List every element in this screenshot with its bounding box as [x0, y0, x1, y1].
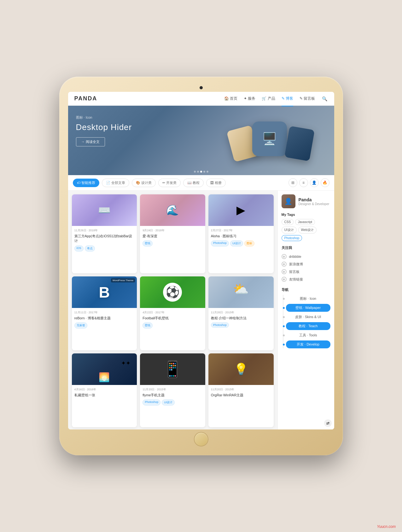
fire-icon-button[interactable]: 🔥	[321, 178, 329, 187]
follow-weibo[interactable]: ⊙ 新浪微博	[282, 260, 330, 268]
post-title-8: flyme手机主题	[143, 393, 203, 398]
post-title-3: Aloha · 图标练习	[211, 234, 271, 239]
post-thumb-letter: B	[99, 283, 110, 301]
post-date-9: 11月20日 · 2015年	[211, 387, 271, 392]
list-view-button[interactable]: ≡	[299, 178, 308, 187]
post-title-4: reBorn · 博客&相册主题	[74, 316, 135, 321]
post-tag[interactable]: 奇点	[85, 245, 95, 251]
tag-javascript[interactable]: Javascript	[295, 219, 315, 225]
post-card-1[interactable]: ⌨️ 11月26日 · 2018年 第三方App(奇点)在iOS512的tabB…	[72, 194, 137, 273]
nav-dev-button[interactable]: 开发 · Develop	[286, 340, 330, 348]
hero-dot-2[interactable]	[197, 171, 199, 173]
post-card-4[interactable]: WordPress Theme B 11月11日 · 2017年 reBorn …	[72, 276, 137, 350]
post-tag[interactable]: 图标	[244, 240, 254, 246]
tag-web[interactable]: Web设计	[298, 227, 317, 233]
post-tag[interactable]: Photoshop	[211, 240, 229, 246]
post-tag[interactable]: UI设计	[230, 240, 243, 246]
post-tag[interactable]: Photoshop	[211, 322, 229, 328]
tag-css[interactable]: CSS	[282, 219, 294, 225]
follow-dribbble[interactable]: ⊙ dribbble	[282, 253, 330, 260]
nav-item-product[interactable]: 🛒 产品	[262, 95, 275, 103]
filter-smart-recommend[interactable]: 🏷 智能推荐	[73, 179, 99, 187]
grid-view-button[interactable]: ⊞	[288, 178, 297, 187]
post-card-5[interactable]: ⚽ 4月22日 · 2017年 Football手机壁纸 壁纸	[140, 276, 205, 350]
watermark: Yuucn.com	[377, 524, 396, 529]
nav-skin-button[interactable]: 皮肤 · Skins & UI	[286, 313, 330, 321]
post-thumb-8: 📱	[140, 353, 205, 385]
post-thumb-lamp: 💡	[234, 363, 248, 376]
follow-links[interactable]: ⊙ 友情链接	[282, 275, 330, 283]
hero-dot-1[interactable]	[194, 171, 196, 173]
post-date-6: 11月28日 · 2015年	[211, 310, 271, 315]
hero-dot-4[interactable]	[203, 171, 205, 173]
home-button[interactable]	[194, 432, 208, 446]
nav-wallpaper-button[interactable]: 壁纸 · Wallpaper	[286, 304, 330, 312]
post-tags-1: iOS 奇点	[74, 245, 135, 251]
post-card-9[interactable]: 💡 11月20日 · 2015年 OrgRar·WinRAR主题	[208, 353, 274, 427]
post-tag[interactable]: 壁纸	[143, 322, 153, 328]
post-date-4: 11月11日 · 2017年	[74, 310, 135, 315]
post-date-2: 9月24日 · 2018年	[143, 228, 203, 233]
nav-section: 导航 图标 · Icon 壁纸 · Wallpaper 皮肤 · Skins &…	[282, 287, 330, 348]
post-tags-6: Photoshop	[211, 322, 271, 328]
filter-tutorial[interactable]: 📖 教程	[183, 179, 204, 187]
post-info-2: 9月24日 · 2018年 爱·有深度 壁纸	[140, 226, 205, 249]
post-card-6[interactable]: ⛅ 11月28日 · 2015年 教程·介绍一种绘制方法 Photoshop	[208, 276, 274, 350]
posts-grid: ⌨️ 11月26日 · 2018年 第三方App(奇点)在iOS512的tabB…	[68, 191, 277, 429]
logo: PANDA	[74, 95, 97, 102]
nav-item-message[interactable]: ✎ 留言板	[300, 95, 315, 103]
post-tag[interactable]: iOS	[74, 245, 84, 251]
follow-section: 关注我 ⊙ dribbble ⊙ 新浪微博 ⊙ 留言板 ⊙	[282, 245, 330, 283]
hero-dot-3[interactable]	[200, 171, 202, 173]
nav-item-home[interactable]: 🏠 首页	[224, 95, 237, 103]
post-tag[interactable]: UI设计	[162, 399, 175, 405]
view-toggle: ⊞ ≡ 👤 🔥	[288, 178, 329, 187]
search-button[interactable]: 🔍	[322, 96, 328, 102]
nav-icon-item: 图标 · Icon	[286, 295, 330, 303]
post-card-7[interactable]: ✦✦ 🌅 4月16日 · 2016年 私藏壁纸一张	[72, 353, 137, 427]
post-title-6: 教程·介绍一种绘制方法	[211, 316, 271, 321]
post-date-8: 11月20日 · 2015年	[143, 387, 203, 392]
post-title-2: 爱·有深度	[143, 234, 203, 239]
filter-design[interactable]: 🎨 设计类	[132, 179, 156, 187]
post-info-4: 11月11日 · 2017年 reBorn · 博客&相册主题 无标签	[72, 308, 137, 331]
nav-skin-item: 皮肤 · Skins & UI	[286, 313, 330, 321]
post-card-8[interactable]: 📱 11月20日 · 2015年 flyme手机主题 Photoshop UI设…	[140, 353, 205, 427]
message-icon: ⊙	[282, 269, 287, 274]
nav-icon-button[interactable]: 图标 · Icon	[286, 295, 330, 303]
avatar: 👤	[282, 194, 295, 208]
nav-item-service[interactable]: ✦ 服务	[244, 95, 255, 103]
post-card-3[interactable]: ▶ 2月27日 · 2017年 Aloha · 图标练习 Photoshop U…	[208, 194, 274, 273]
user-role: Designer & Developer	[299, 202, 329, 206]
post-tag[interactable]: 无标签	[74, 322, 87, 328]
filter-all-posts[interactable]: 📄 全部文章	[102, 179, 129, 187]
follow-title: 关注我	[282, 245, 330, 250]
user-info: Panda Designer & Developer	[299, 197, 329, 206]
follow-message[interactable]: ⊙ 留言板	[282, 268, 330, 275]
sidebar-view-toggle[interactable]: ⇄	[324, 419, 332, 427]
post-thumb-5: ⚽	[140, 276, 205, 308]
hero-dot-5[interactable]	[207, 171, 208, 173]
filter-dev[interactable]: ✏ 开发类	[158, 179, 181, 187]
post-thumb-stars: ✦✦	[121, 360, 131, 367]
post-thumb-6: ⛅	[208, 276, 274, 308]
post-date-5: 4月22日 · 2017年	[143, 310, 203, 315]
hero-subtitle: 图标 · Icon	[76, 115, 326, 120]
post-tag[interactable]: Photoshop	[143, 399, 160, 405]
filter-album[interactable]: 🖼 相册	[206, 179, 226, 187]
post-thumb-7: ✦✦ 🌅	[72, 353, 137, 385]
post-info-8: 11月20日 · 2015年 flyme手机主题 Photoshop UI设计	[140, 385, 205, 408]
post-info-6: 11月28日 · 2015年 教程·介绍一种绘制方法 Photoshop	[208, 308, 274, 330]
hero-read-more-button[interactable]: → 阅读全文	[76, 137, 105, 146]
post-card-2[interactable]: 🌊 9月24日 · 2018年 爱·有深度 壁纸	[140, 194, 205, 273]
post-title-7: 私藏壁纸一张	[74, 393, 135, 398]
nav-tools-button[interactable]: 工具 · Tools	[286, 331, 330, 339]
nav-teach-button[interactable]: 教程 · Teach	[286, 322, 330, 330]
tablet-frame: PANDA 🏠 首页 ✦ 服务 🛒 产品 ✎ 博客 ✎ 留言板 🔍	[59, 77, 343, 455]
user-icon-button[interactable]: 👤	[310, 178, 319, 187]
tag-ui[interactable]: UI设计	[282, 227, 297, 233]
tag-photoshop[interactable]: Photoshop	[282, 235, 302, 241]
nav-item-blog[interactable]: ✎ 博客	[282, 95, 293, 103]
post-tag[interactable]: 壁纸	[143, 240, 153, 246]
post-info-5: 4月22日 · 2017年 Football手机壁纸 壁纸	[140, 308, 205, 331]
